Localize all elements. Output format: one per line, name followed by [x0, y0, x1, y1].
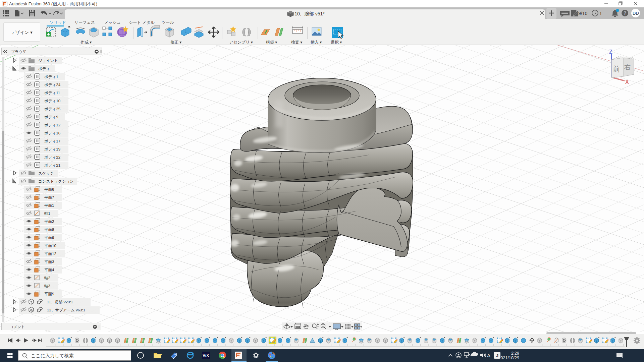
- svg-text:ボディ24: ボディ24: [44, 83, 61, 87]
- svg-text:スケッチ: スケッチ: [38, 171, 54, 175]
- svg-text:ボディ22: ボディ22: [44, 155, 60, 159]
- svg-text:平面2: 平面2: [44, 220, 54, 224]
- svg-text:ジョイント: ジョイント: [38, 59, 58, 63]
- svg-text:平面4: 平面4: [44, 268, 54, 272]
- svg-text:軸1: 軸1: [44, 212, 50, 216]
- svg-text:平面7: 平面7: [44, 195, 54, 199]
- svg-text:軸3: 軸3: [44, 284, 50, 288]
- svg-text:コンストラクション: コンストラクション: [38, 179, 74, 183]
- svg-text:?: ?: [624, 10, 627, 16]
- svg-text:11、肩部 v20:1: 11、肩部 v20:1: [47, 300, 73, 304]
- svg-text:ボディ17: ボディ17: [44, 139, 60, 143]
- svg-text:ボディ16: ボディ16: [44, 131, 60, 135]
- svg-text:右: 右: [624, 64, 631, 71]
- svg-text:ボディ11: ボディ11: [44, 91, 60, 95]
- svg-text:DD: DD: [633, 11, 639, 16]
- svg-text:9/10: 9/10: [578, 11, 587, 16]
- svg-text:A: A: [487, 353, 490, 358]
- svg-text:X: X: [625, 79, 629, 85]
- svg-text:ボディ25: ボディ25: [44, 107, 60, 111]
- svg-text:12、サブアーム v63:1: 12、サブアーム v63:1: [47, 308, 85, 312]
- svg-text:ボディ12: ボディ12: [44, 123, 60, 127]
- svg-text:平面5: 平面5: [44, 292, 54, 296]
- svg-text:ボディ1: ボディ1: [44, 75, 58, 79]
- svg-text:平面6: 平面6: [44, 187, 54, 191]
- svg-text:平面1: 平面1: [44, 203, 54, 207]
- svg-text:2021/10/29: 2021/10/29: [498, 356, 519, 360]
- svg-text:平面8: 平面8: [44, 228, 54, 232]
- svg-text:ボディ9: ボディ9: [44, 115, 58, 119]
- svg-text:ボディ19: ボディ19: [44, 147, 60, 151]
- svg-text:軸2: 軸2: [44, 276, 50, 280]
- svg-text:平面3: 平面3: [44, 260, 54, 264]
- svg-text:平面12: 平面12: [44, 252, 56, 256]
- svg-text:平面10: 平面10: [44, 244, 56, 248]
- svg-text:ViX: ViX: [203, 353, 209, 358]
- svg-text:ボディ10: ボディ10: [44, 99, 60, 103]
- svg-text:1: 1: [599, 11, 602, 16]
- svg-text:ボディ21: ボディ21: [44, 163, 60, 167]
- svg-text:2:29: 2:29: [511, 351, 519, 356]
- svg-text:平面9: 平面9: [44, 236, 54, 240]
- svg-text:ボディ: ボディ: [38, 67, 50, 71]
- svg-text:Z: Z: [609, 49, 612, 55]
- svg-text:前: 前: [613, 65, 620, 73]
